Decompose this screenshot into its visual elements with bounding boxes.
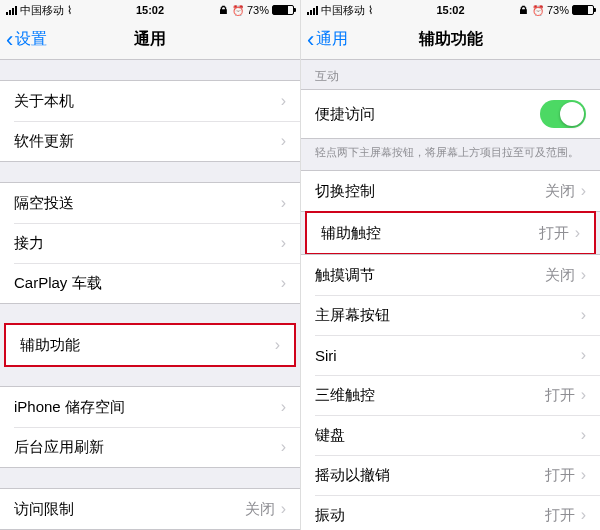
status-time: 15:02 xyxy=(436,4,464,16)
chevron-right-icon xyxy=(281,234,286,252)
chevron-right-icon xyxy=(281,194,286,212)
signal-icon xyxy=(6,6,17,15)
row-reachability[interactable]: 便捷访问 xyxy=(301,90,600,138)
row-storage[interactable]: iPhone 储存空间 xyxy=(0,387,300,427)
row-restrictions[interactable]: 访问限制 关闭 xyxy=(0,489,300,529)
chevron-right-icon xyxy=(281,132,286,150)
status-bar: 中国移动 ⌇ 15:02 🔒︎ ⏰ 73% xyxy=(301,0,600,20)
row-about[interactable]: 关于本机 xyxy=(0,81,300,121)
signal-icon xyxy=(307,6,318,15)
row-bg-refresh[interactable]: 后台应用刷新 xyxy=(0,427,300,467)
lock-icon: 🔒︎ xyxy=(518,4,529,16)
chevron-left-icon: ‹ xyxy=(307,29,314,51)
battery-icon xyxy=(572,5,594,15)
back-label: 通用 xyxy=(316,29,348,50)
row-accessibility[interactable]: 辅助功能 xyxy=(6,325,294,365)
reachability-hint: 轻点两下主屏幕按钮，将屏幕上方项目拉至可及范围。 xyxy=(301,139,600,170)
accessibility-list[interactable]: 互动 便捷访问 轻点两下主屏幕按钮，将屏幕上方项目拉至可及范围。 切换控制 关闭… xyxy=(301,60,600,530)
wifi-icon: ⌇ xyxy=(368,4,373,17)
page-title: 通用 xyxy=(134,29,166,50)
status-time: 15:02 xyxy=(136,4,164,16)
nav-bar: ‹ 设置 通用 xyxy=(0,20,300,60)
chevron-right-icon xyxy=(281,398,286,416)
chevron-right-icon xyxy=(575,224,580,242)
row-vibration[interactable]: 振动 打开 xyxy=(301,495,600,530)
chevron-right-icon xyxy=(581,386,586,404)
chevron-right-icon xyxy=(581,182,586,200)
row-assistive-touch[interactable]: 辅助触控 打开 xyxy=(307,213,594,253)
row-shake-undo[interactable]: 摇动以撤销 打开 xyxy=(301,455,600,495)
phone-accessibility: 中国移动 ⌇ 15:02 🔒︎ ⏰ 73% ‹ 通用 辅助功能 互动 便捷访问 … xyxy=(300,0,600,530)
chevron-right-icon xyxy=(581,466,586,484)
chevron-left-icon: ‹ xyxy=(6,29,13,51)
chevron-right-icon xyxy=(581,266,586,284)
settings-list[interactable]: 关于本机 软件更新 隔空投送 接力 CarPlay 车载 xyxy=(0,60,300,530)
status-bar: 中国移动 ⌇ 15:02 🔒︎ ⏰ 73% xyxy=(0,0,300,20)
highlight-assistive-touch: 辅助触控 打开 xyxy=(305,211,596,255)
alarm-icon: ⏰ xyxy=(532,5,544,16)
back-button[interactable]: ‹ 设置 xyxy=(0,29,47,51)
wifi-icon: ⌇ xyxy=(67,4,72,17)
row-carplay[interactable]: CarPlay 车载 xyxy=(0,263,300,303)
alarm-icon: ⏰ xyxy=(232,5,244,16)
chevron-right-icon xyxy=(281,92,286,110)
chevron-right-icon xyxy=(275,336,280,354)
chevron-right-icon xyxy=(581,346,586,364)
battery-pct: 73% xyxy=(247,4,269,16)
row-software-update[interactable]: 软件更新 xyxy=(0,121,300,161)
row-3d-touch[interactable]: 三维触控 打开 xyxy=(301,375,600,415)
row-keyboard[interactable]: 键盘 xyxy=(301,415,600,455)
back-label: 设置 xyxy=(15,29,47,50)
row-switch-control[interactable]: 切换控制 关闭 xyxy=(301,171,600,211)
chevron-right-icon xyxy=(581,306,586,324)
carrier-label: 中国移动 xyxy=(321,3,365,18)
chevron-right-icon xyxy=(581,426,586,444)
row-home-button[interactable]: 主屏幕按钮 xyxy=(301,295,600,335)
chevron-right-icon xyxy=(281,274,286,292)
chevron-right-icon xyxy=(581,506,586,524)
page-title: 辅助功能 xyxy=(419,29,483,50)
chevron-right-icon xyxy=(281,438,286,456)
highlight-accessibility: 辅助功能 xyxy=(4,323,296,367)
row-touch-accom[interactable]: 触摸调节 关闭 xyxy=(301,255,600,295)
lock-icon: 🔒︎ xyxy=(218,4,229,16)
row-siri[interactable]: Siri xyxy=(301,335,600,375)
battery-icon xyxy=(272,5,294,15)
chevron-right-icon xyxy=(281,500,286,518)
section-interaction: 互动 xyxy=(301,60,600,89)
carrier-label: 中国移动 xyxy=(20,3,64,18)
phone-general: 中国移动 ⌇ 15:02 🔒︎ ⏰ 73% ‹ 设置 通用 关于本机 软件更新 xyxy=(0,0,300,530)
row-airdrop[interactable]: 隔空投送 xyxy=(0,183,300,223)
battery-pct: 73% xyxy=(547,4,569,16)
back-button[interactable]: ‹ 通用 xyxy=(301,29,348,51)
reachability-toggle[interactable] xyxy=(540,100,586,128)
row-handoff[interactable]: 接力 xyxy=(0,223,300,263)
nav-bar: ‹ 通用 辅助功能 xyxy=(301,20,600,60)
